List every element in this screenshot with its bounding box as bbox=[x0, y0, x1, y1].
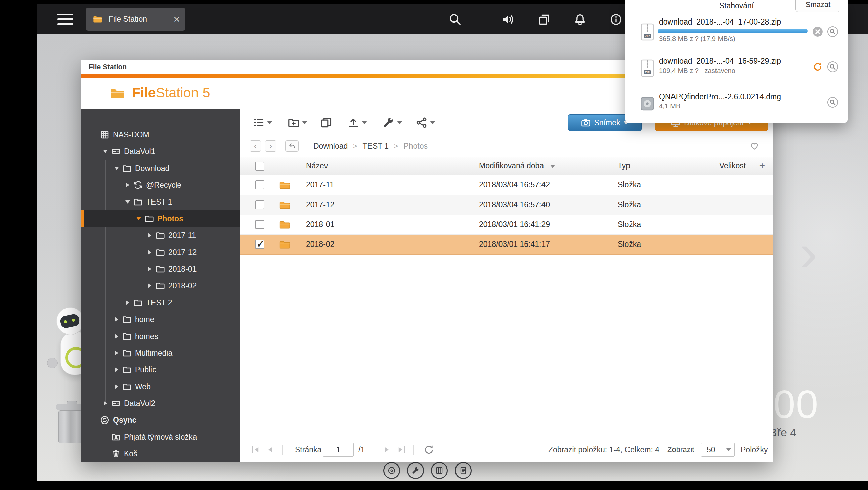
tools-button[interactable] bbox=[382, 116, 402, 129]
folder-icon bbox=[278, 219, 291, 231]
sidebar-item-label: Přijatá týmová složka bbox=[124, 433, 197, 441]
select-all-checkbox[interactable] bbox=[255, 161, 265, 171]
arrow-spacer bbox=[101, 450, 110, 458]
breadcrumb-item-test-1[interactable]: TEST 1 bbox=[363, 142, 389, 151]
expand-arrow-icon[interactable] bbox=[101, 399, 110, 407]
sidebar-item-homes[interactable]: homes bbox=[81, 328, 240, 344]
sidebar-item-2018-02[interactable]: 2018-02 bbox=[81, 277, 240, 294]
file-row-2017-12[interactable]: 2017-122018/03/04 16:57:40Složka bbox=[240, 195, 773, 215]
magnifier-button[interactable] bbox=[827, 97, 838, 108]
favorite-heart-icon[interactable] bbox=[749, 141, 760, 151]
toolbar-divider bbox=[280, 118, 280, 127]
collapse-arrow-icon[interactable] bbox=[124, 198, 132, 206]
expand-arrow-icon[interactable] bbox=[113, 315, 121, 324]
add-column-button[interactable]: + bbox=[756, 160, 768, 172]
first-page-icon[interactable] bbox=[250, 444, 261, 455]
expand-arrow-icon[interactable] bbox=[146, 282, 154, 290]
sidebar-item-home[interactable]: home bbox=[81, 311, 240, 328]
chevron-down-icon bbox=[267, 121, 272, 124]
tasks-icon[interactable] bbox=[537, 13, 551, 26]
resume-button[interactable] bbox=[812, 61, 823, 72]
file-row-2017-11[interactable]: 2017-112018/03/04 16:57:42Složka bbox=[240, 175, 773, 195]
expand-arrow-icon[interactable] bbox=[113, 349, 121, 357]
expand-arrow-icon[interactable] bbox=[146, 248, 154, 256]
sidebar-item-public[interactable]: Public bbox=[81, 361, 240, 378]
breadcrumb: Download>TEST 1>Photos bbox=[313, 136, 428, 156]
refresh-icon[interactable] bbox=[423, 444, 435, 455]
arrow-spacer bbox=[90, 131, 98, 139]
forward-button[interactable]: › bbox=[265, 141, 276, 152]
upload-button[interactable] bbox=[347, 116, 367, 129]
next-wallpaper-arrow[interactable]: › bbox=[790, 226, 827, 283]
row-checkbox[interactable] bbox=[255, 180, 265, 189]
expand-arrow-icon[interactable] bbox=[113, 382, 121, 391]
folder-icon bbox=[155, 247, 165, 257]
expand-arrow-icon[interactable] bbox=[146, 265, 154, 273]
sidebar-item-2018-01[interactable]: 2018-01 bbox=[81, 261, 240, 277]
sidebar-item-qsync[interactable]: Qsync bbox=[81, 412, 240, 429]
dock-disc-icon[interactable] bbox=[383, 462, 400, 479]
share-button[interactable] bbox=[415, 116, 435, 129]
sidebar-item-nas-dom[interactable]: NAS-DOM bbox=[81, 126, 240, 143]
back-button[interactable]: ‹ bbox=[250, 141, 261, 152]
column-header-modified[interactable]: Modifikovaná doba bbox=[479, 156, 544, 175]
collapse-arrow-icon[interactable] bbox=[101, 147, 110, 155]
download-status: 365,8 MB z ? (17,9 MB/s) bbox=[659, 35, 735, 43]
new-folder-button[interactable] bbox=[287, 116, 307, 129]
clear-downloads-button[interactable]: Smazat bbox=[796, 0, 840, 12]
expand-arrow-icon[interactable] bbox=[113, 332, 121, 340]
dock-note-icon[interactable] bbox=[455, 462, 472, 479]
page-number-input[interactable] bbox=[323, 442, 354, 457]
sidebar-item-2017-11[interactable]: 2017-11 bbox=[81, 227, 240, 244]
go-up-button[interactable] bbox=[285, 141, 299, 152]
column-header-type[interactable]: Typ bbox=[618, 156, 630, 175]
magnifier-button[interactable] bbox=[827, 61, 838, 72]
sidebar-item-2017-12[interactable]: 2017-12 bbox=[81, 244, 240, 261]
info-icon[interactable] bbox=[609, 13, 623, 26]
sidebar-item-recycle[interactable]: @Recycle bbox=[81, 177, 240, 193]
folder-icon bbox=[278, 239, 291, 250]
page-size-select[interactable]: 50 bbox=[701, 442, 735, 457]
dock-wrench-icon[interactable] bbox=[407, 462, 424, 479]
tab-file-station[interactable]: File Station × bbox=[86, 8, 185, 31]
column-header-size[interactable]: Velikost bbox=[719, 156, 746, 175]
row-checkbox[interactable] bbox=[255, 220, 265, 229]
dock-columns-icon[interactable] bbox=[431, 462, 448, 479]
file-row-2018-02[interactable]: 2018-022018/03/01 16:41:17Složka bbox=[240, 235, 773, 254]
notifications-icon[interactable] bbox=[574, 13, 587, 26]
sidebar-item-test-2[interactable]: TEST 2 bbox=[81, 294, 240, 311]
sidebar-item-datavol1[interactable]: DataVol1 bbox=[81, 143, 240, 160]
collapse-arrow-icon[interactable] bbox=[135, 215, 143, 223]
breadcrumb-item-download[interactable]: Download bbox=[313, 142, 348, 151]
last-page-icon[interactable] bbox=[396, 444, 407, 455]
expand-arrow-icon[interactable] bbox=[113, 366, 121, 374]
previous-page-icon[interactable] bbox=[265, 444, 276, 455]
sidebar-item-web[interactable]: Web bbox=[81, 378, 240, 395]
expand-arrow-icon[interactable] bbox=[146, 232, 154, 240]
column-header-name[interactable]: Název bbox=[306, 156, 328, 175]
sidebar-item-multimedia[interactable]: Multimedia bbox=[81, 344, 240, 361]
next-page-icon[interactable] bbox=[381, 444, 393, 455]
file-row-2018-01[interactable]: 2018-012018/03/01 16:41:29Složka bbox=[240, 215, 773, 235]
row-checkbox[interactable] bbox=[255, 200, 265, 209]
sidebar-item-download[interactable]: Download bbox=[81, 160, 240, 177]
sidebar-item-photos[interactable]: Photos bbox=[81, 210, 240, 227]
expand-arrow-icon[interactable] bbox=[124, 299, 132, 307]
sidebar-item-ko[interactable]: Koš bbox=[81, 445, 240, 462]
camera-icon bbox=[581, 118, 591, 128]
view-list-button[interactable] bbox=[252, 116, 272, 129]
sound-icon[interactable] bbox=[501, 13, 514, 26]
file-modified: 2018/03/04 16:57:40 bbox=[479, 195, 550, 214]
copy-button[interactable] bbox=[320, 116, 333, 129]
collapse-arrow-icon[interactable] bbox=[113, 164, 121, 172]
sidebar-item-test-1[interactable]: TEST 1 bbox=[81, 193, 240, 210]
sidebar-item-datavol2[interactable]: DataVol2 bbox=[81, 395, 240, 412]
row-checkbox[interactable] bbox=[255, 240, 265, 249]
cancel-button[interactable] bbox=[812, 26, 823, 37]
search-icon[interactable] bbox=[448, 13, 462, 26]
close-tab-icon[interactable]: × bbox=[173, 13, 180, 25]
sidebar-item-p-ijat-t-mov-slo-ka[interactable]: Přijatá týmová složka bbox=[81, 429, 240, 445]
magnifier-button[interactable] bbox=[827, 26, 838, 37]
expand-arrow-icon[interactable] bbox=[124, 181, 132, 189]
main-menu-button[interactable] bbox=[57, 14, 73, 25]
